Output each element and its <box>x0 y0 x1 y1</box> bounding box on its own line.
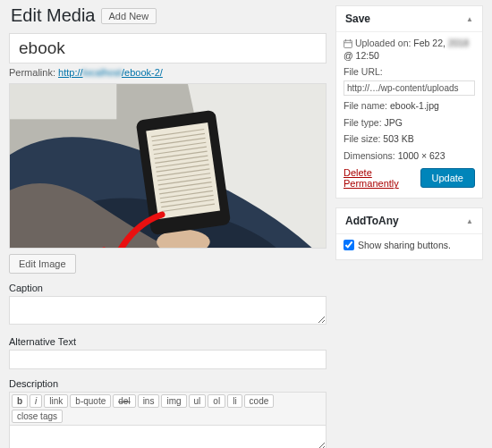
alt-text-label: Alternative Text <box>9 336 327 347</box>
quicktag-img[interactable]: img <box>161 394 186 408</box>
quicktag-link[interactable]: link <box>44 394 68 408</box>
save-panel-title: Save <box>345 13 370 25</box>
quicktag-b[interactable]: b <box>12 394 28 408</box>
description-label: Description <box>9 378 327 389</box>
file-size-label: File size: <box>344 133 380 144</box>
caption-label: Caption <box>9 283 327 293</box>
permalink-label: Permalink: <box>9 67 55 78</box>
page-title: Edit Media <box>11 5 96 26</box>
caption-textarea[interactable] <box>9 296 327 325</box>
file-url-label: File URL: <box>344 66 475 79</box>
quicktag-li[interactable]: li <box>227 394 242 408</box>
alt-text-input[interactable] <box>9 350 327 369</box>
file-name-label: File name: <box>344 100 387 111</box>
permalink-link[interactable]: http://localhost/ebook-2/ <box>58 67 163 78</box>
collapse-icon: ▲ <box>466 15 473 23</box>
calendar-icon <box>344 39 352 48</box>
addtoany-panel-title: AddToAny <box>345 215 399 227</box>
collapse-icon: ▲ <box>466 217 473 225</box>
edit-image-button[interactable]: Edit Image <box>9 254 76 274</box>
svg-rect-1 <box>10 84 116 119</box>
quicktag-ul[interactable]: ul <box>189 394 207 408</box>
permalink-row: Permalink: http://localhost/ebook-2/ <box>9 67 327 78</box>
file-type-label: File type: <box>344 117 382 128</box>
description-textarea[interactable] <box>9 426 327 448</box>
quicktag-code[interactable]: code <box>244 394 275 408</box>
addtoany-panel: AddToAny ▲ Show sharing buttons. <box>335 207 483 260</box>
media-title-input[interactable] <box>9 33 327 63</box>
quicktag-i[interactable]: i <box>30 394 42 408</box>
addtoany-panel-header[interactable]: AddToAny ▲ <box>336 208 482 234</box>
file-type-value: JPG <box>385 117 403 128</box>
file-size-value: 503 KB <box>383 133 413 144</box>
quicktag-ol[interactable]: ol <box>208 394 225 408</box>
quicktag-ins[interactable]: ins <box>138 394 160 408</box>
quicktag-close-tags[interactable]: close tags <box>12 410 63 423</box>
save-panel-header[interactable]: Save ▲ <box>336 6 482 32</box>
show-sharing-checkbox[interactable] <box>344 240 354 250</box>
file-url-input[interactable] <box>344 80 475 96</box>
svg-rect-23 <box>344 40 352 47</box>
delete-permanently-link[interactable]: Delete Permanently <box>344 167 420 189</box>
quicktag-del[interactable]: del <box>113 394 135 408</box>
file-name-value: ebook-1.jpg <box>390 100 439 111</box>
dimensions-label: Dimensions: <box>344 150 395 161</box>
uploaded-on-label: Uploaded on: <box>355 38 411 48</box>
update-button[interactable]: Update <box>420 168 475 188</box>
media-preview-image <box>9 83 327 249</box>
save-panel: Save ▲ Uploaded on: Feb 22, 2018 @ 12:50… <box>335 5 483 199</box>
add-new-button[interactable]: Add New <box>101 8 157 24</box>
quicktags-toolbar: bilinkb-quotedelinsimgulollicodeclose ta… <box>9 392 327 426</box>
show-sharing-label: Show sharing buttons. <box>358 240 451 250</box>
dimensions-value: 1000 × 623 <box>398 150 445 161</box>
quicktag-b-quote[interactable]: b-quote <box>70 394 111 408</box>
